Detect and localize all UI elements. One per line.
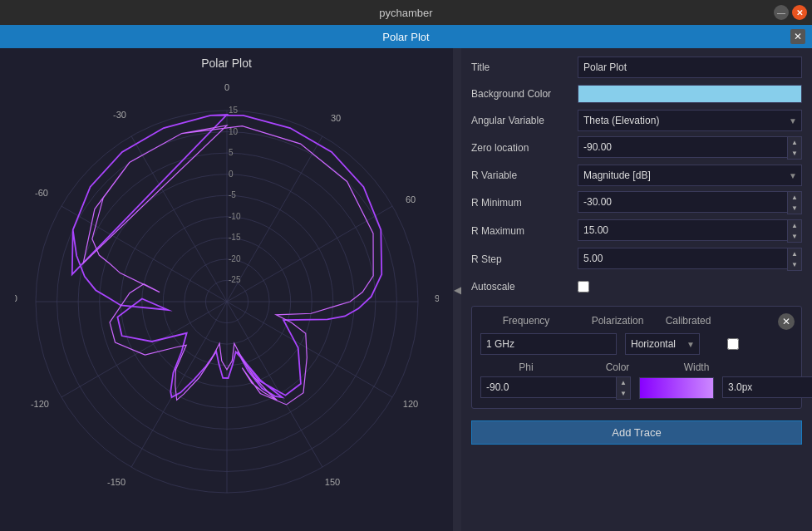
r-step-input[interactable]	[578, 248, 787, 269]
zero-location-input[interactable]	[578, 136, 787, 158]
r-minimum-up-button[interactable]: ▲	[788, 192, 801, 203]
r-minimum-row: R Minimum ▲ ▼	[471, 191, 802, 214]
main-content: Polar Plot ◀ Title Background Color Angu…	[0, 48, 812, 531]
r-maximum-label: R Maximum	[471, 225, 571, 237]
trace-box: Frequency Polarization Calibrated Horizo…	[471, 306, 802, 409]
zero-location-label: Zero location	[471, 142, 571, 154]
trace-frequency-input[interactable]	[480, 333, 617, 355]
trace-close-button[interactable]: ✕	[778, 313, 795, 330]
polar-canvas	[15, 81, 439, 505]
r-step-spinbox-buttons: ▲ ▼	[787, 248, 802, 271]
window-controls: — ✕	[774, 5, 807, 20]
trace-width-spinbox: ▲ ▼	[722, 376, 812, 400]
trace-row-2: ▲ ▼ ▲ ▼	[480, 376, 793, 400]
bg-color-row: Background Color	[471, 83, 802, 105]
polar-window-title: Polar Plot	[382, 31, 429, 43]
add-trace-button[interactable]: Add Trace	[471, 420, 802, 445]
trace-polarization-wrapper: Horizontal Vertical LHCP RHCP ▼	[625, 333, 700, 355]
zero-location-spinbox-buttons: ▲ ▼	[787, 136, 802, 160]
r-step-spinbox: ▲ ▼	[578, 248, 802, 271]
r-step-row: R Step ▲ ▼	[471, 248, 802, 271]
title-label: Title	[471, 61, 571, 73]
r-step-down-button[interactable]: ▼	[788, 259, 801, 270]
polar-chart-container	[15, 81, 439, 505]
trace-polarization-select[interactable]: Horizontal Vertical LHCP RHCP	[625, 333, 700, 355]
r-minimum-input[interactable]	[578, 191, 787, 213]
bg-color-swatch[interactable]	[578, 85, 802, 103]
polarization-col-header: Polarization	[580, 315, 655, 327]
angular-var-label: Angular Variable	[471, 115, 571, 126]
width-col-header: Width	[663, 361, 730, 373]
r-maximum-spinbox-buttons: ▲ ▼	[787, 219, 802, 243]
title-bar: pychamber — ✕	[0, 0, 812, 25]
autoscale-checkbox[interactable]	[578, 281, 589, 293]
frequency-col-header: Frequency	[480, 315, 572, 327]
autoscale-checkbox-wrapper	[578, 281, 589, 293]
r-minimum-label: R Minimum	[471, 197, 571, 209]
bg-color-label: Background Color	[471, 88, 571, 100]
angular-var-select[interactable]: Theta (Elevation) Phi (Azimuth)	[578, 110, 802, 131]
app-title: pychamber	[379, 7, 432, 19]
trace-calibrated-wrapper	[708, 338, 758, 350]
minimize-button[interactable]: —	[774, 5, 789, 20]
r-variable-row: R Variable Magnitude [dB] Phase [deg] ▼	[471, 165, 802, 186]
trace-header-row: Frequency Polarization Calibrated	[480, 315, 793, 327]
angular-var-row: Angular Variable Theta (Elevation) Phi (…	[471, 110, 802, 131]
trace-labels2-row: Phi Color Width	[480, 361, 793, 373]
divider-arrow-icon: ◀	[454, 284, 461, 296]
r-step-label: R Step	[471, 253, 571, 265]
r-maximum-row: R Maximum ▲ ▼	[471, 219, 802, 243]
polar-window-header: Polar Plot ✕	[0, 25, 812, 48]
plot-panel: Polar Plot	[0, 48, 453, 531]
r-variable-label: R Variable	[471, 170, 571, 181]
color-col-header: Color	[580, 361, 655, 373]
autoscale-label: Autoscale	[471, 281, 571, 293]
r-maximum-spinbox: ▲ ▼	[578, 219, 802, 243]
trace-calibrated-checkbox[interactable]	[727, 338, 739, 350]
close-button[interactable]: ✕	[792, 5, 807, 20]
trace-color-swatch[interactable]	[639, 377, 714, 399]
zero-location-row: Zero location ▲ ▼	[471, 136, 802, 160]
trace-width-input[interactable]	[722, 376, 812, 398]
calibrated-col-header: Calibrated	[663, 315, 713, 327]
r-step-up-button[interactable]: ▲	[788, 248, 801, 259]
r-maximum-down-button[interactable]: ▼	[788, 231, 801, 242]
trace-phi-spinbox: ▲ ▼	[480, 376, 631, 400]
r-maximum-up-button[interactable]: ▲	[788, 220, 801, 231]
r-variable-select[interactable]: Magnitude [dB] Phase [deg]	[578, 165, 802, 186]
title-row: Title	[471, 57, 802, 78]
title-input[interactable]	[578, 57, 802, 78]
r-minimum-down-button[interactable]: ▼	[788, 203, 801, 214]
zero-location-up-button[interactable]: ▲	[788, 137, 801, 148]
r-minimum-spinbox: ▲ ▼	[578, 191, 802, 214]
angular-var-wrapper: Theta (Elevation) Phi (Azimuth) ▼	[578, 110, 802, 131]
r-minimum-spinbox-buttons: ▲ ▼	[787, 191, 802, 214]
zero-location-spinbox: ▲ ▼	[578, 136, 802, 160]
trace-phi-input[interactable]	[480, 376, 616, 398]
panel-divider[interactable]: ◀	[453, 48, 461, 531]
trace-phi-up-button[interactable]: ▲	[617, 377, 630, 388]
trace-row-1: Horizontal Vertical LHCP RHCP ▼	[480, 333, 793, 355]
trace-phi-spinbox-buttons: ▲ ▼	[616, 376, 631, 400]
zero-location-down-button[interactable]: ▼	[788, 148, 801, 159]
settings-panel: Title Background Color Angular Variable …	[461, 48, 812, 531]
polar-window-close-button[interactable]: ✕	[790, 29, 805, 44]
r-variable-wrapper: Magnitude [dB] Phase [deg] ▼	[578, 165, 802, 186]
phi-col-header: Phi	[480, 361, 572, 373]
plot-title: Polar Plot	[201, 57, 252, 70]
autoscale-row: Autoscale	[471, 276, 802, 297]
trace-phi-down-button[interactable]: ▼	[617, 388, 630, 399]
r-maximum-input[interactable]	[578, 219, 787, 241]
